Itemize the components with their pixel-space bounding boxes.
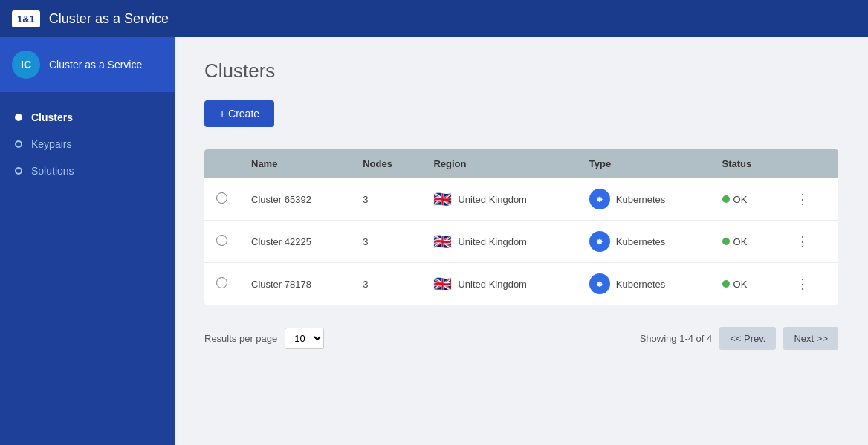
prev-button[interactable]: << Prev. [719,327,776,350]
sidebar-brand-label: Cluster as a Service [49,59,142,71]
sidebar-item-clusters[interactable]: Clusters [0,104,175,131]
avatar: IC [12,51,40,79]
col-nodes: Nodes [351,149,421,178]
row-more-2: ⋮ [781,263,838,305]
type-label-2: Kubernetes [616,279,666,290]
per-page-select[interactable]: 10 25 50 [285,328,324,349]
table-row: Cluster 78178 3 🇬🇧 United Kingdom ⎈ Kube… [204,263,838,305]
row-name-2: Cluster 78178 [239,263,351,305]
pagination-controls: Showing 1-4 of 4 << Prev. Next >> [640,327,838,350]
flag-icon-1: 🇬🇧 [433,233,452,250]
col-actions [781,149,838,178]
row-radio-2[interactable] [216,277,227,288]
col-type: Type [577,149,710,178]
flag-icon-0: 🇬🇧 [433,190,452,208]
sidebar-item-solutions[interactable]: Solutions [0,157,175,184]
main-layout: IC Cluster as a Service Clusters Keypair… [0,37,868,445]
region-label-1: United Kingdom [458,236,527,247]
row-nodes-2: 3 [351,263,421,305]
results-per-page-label: Results per page [204,333,277,344]
type-label-0: Kubernetes [616,194,666,205]
sidebar-item-keypairs[interactable]: Keypairs [0,131,175,157]
create-button[interactable]: + Create [204,100,274,127]
sidebar: IC Cluster as a Service Clusters Keypair… [0,37,175,445]
row-radio-cell [204,263,239,305]
clusters-table: Name Nodes Region Type Status Cluster 65… [204,149,838,305]
sidebar-item-keypairs-label: Keypairs [31,138,71,150]
row-radio-1[interactable] [216,235,227,246]
row-status-0: OK [710,178,781,221]
table-row: Cluster 65392 3 🇬🇧 United Kingdom ⎈ Kube… [204,178,838,221]
row-name-1: Cluster 42225 [239,221,351,263]
col-radio [204,149,239,178]
status-dot-0 [722,195,730,203]
col-name: Name [239,149,351,178]
header-title: Cluster as a Service [49,11,169,27]
more-button-0[interactable]: ⋮ [793,192,812,206]
col-region: Region [421,149,577,178]
k8s-icon-0: ⎈ [589,189,610,209]
row-type-0: ⎈ Kubernetes [577,178,710,221]
content-area: Clusters + Create Name Nodes Region Type… [175,37,868,445]
sidebar-nav: Clusters Keypairs Solutions [0,92,175,196]
row-region-2: 🇬🇧 United Kingdom [421,263,577,305]
row-radio-cell [204,178,239,221]
k8s-icon-2: ⎈ [589,273,610,294]
top-header: 1&1 Cluster as a Service [0,0,868,37]
more-button-1[interactable]: ⋮ [793,235,812,248]
row-radio-cell [204,221,239,263]
page-title: Clusters [204,59,838,82]
k8s-icon-1: ⎈ [589,231,610,252]
pagination-bar: Results per page 10 25 50 Showing 1-4 of… [204,319,838,357]
sidebar-brand: IC Cluster as a Service [0,37,175,92]
row-radio-0[interactable] [216,192,227,204]
status-label-1: OK [733,236,748,247]
showing-text: Showing 1-4 of 4 [640,333,713,344]
row-more-0: ⋮ [781,178,838,221]
status-label-0: OK [733,194,748,205]
region-label-2: United Kingdom [458,279,527,290]
row-nodes-1: 3 [351,221,421,263]
col-status: Status [710,149,781,178]
nav-dot-clusters [15,114,22,121]
table-header-row: Name Nodes Region Type Status [204,149,838,178]
nav-dot-solutions [15,167,22,175]
flag-icon-2: 🇬🇧 [433,275,452,293]
logo: 1&1 [12,10,40,27]
sidebar-item-solutions-label: Solutions [31,165,74,177]
next-button[interactable]: Next >> [783,327,838,350]
row-status-1: OK [710,221,781,263]
region-label-0: United Kingdom [458,194,527,205]
row-region-1: 🇬🇧 United Kingdom [421,221,577,263]
sidebar-item-clusters-label: Clusters [31,111,73,123]
row-status-2: OK [710,263,781,305]
results-per-page: Results per page 10 25 50 [204,328,324,349]
status-label-2: OK [733,279,748,290]
nav-dot-keypairs [15,140,22,148]
status-dot-1 [722,238,730,245]
table-row: Cluster 42225 3 🇬🇧 United Kingdom ⎈ Kube… [204,221,838,263]
row-type-1: ⎈ Kubernetes [577,221,710,263]
more-button-2[interactable]: ⋮ [793,277,812,290]
row-more-1: ⋮ [781,221,838,263]
status-dot-2 [722,280,730,288]
row-region-0: 🇬🇧 United Kingdom [421,178,577,221]
row-nodes-0: 3 [351,178,421,221]
row-type-2: ⎈ Kubernetes [577,263,710,305]
row-name-0: Cluster 65392 [239,178,351,221]
type-label-1: Kubernetes [616,236,666,247]
